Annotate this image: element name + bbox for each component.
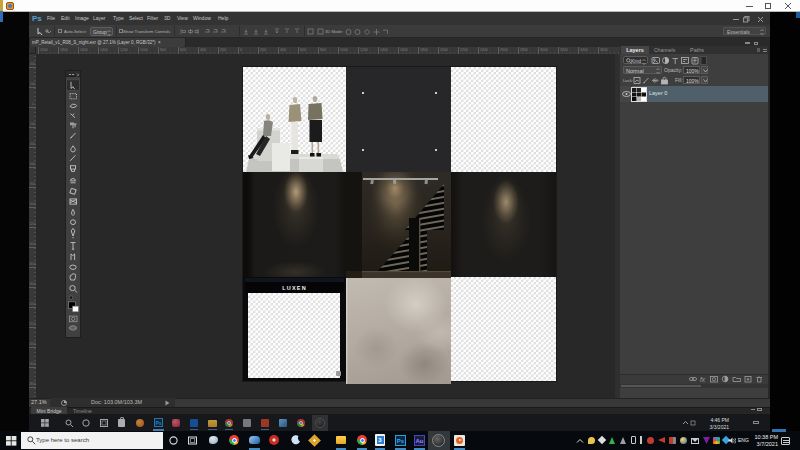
svg-text:2200: 2200 (460, 48, 468, 52)
svg-text:2000: 2000 (440, 48, 448, 52)
svg-text:2200: 2200 (29, 322, 36, 326)
svg-text:1200: 1200 (29, 222, 36, 226)
svg-text:0: 0 (240, 48, 242, 52)
svg-text:1800: 1800 (29, 282, 36, 286)
svg-text:1000: 1000 (29, 202, 36, 206)
svg-text:1400: 1400 (100, 48, 108, 52)
svg-text:800: 800 (320, 48, 326, 52)
svg-text:LUXEN: LUXEN (282, 285, 307, 291)
svg-text:800: 800 (30, 182, 35, 186)
svg-text:1600: 1600 (400, 48, 408, 52)
svg-text:600: 600 (180, 48, 186, 52)
svg-text:fx: fx (700, 376, 706, 383)
svg-text:400: 400 (200, 48, 206, 52)
svg-text:600: 600 (300, 48, 306, 52)
svg-text:800: 800 (160, 48, 166, 52)
svg-text:3400: 3400 (580, 48, 588, 52)
svg-text:400: 400 (280, 48, 286, 52)
svg-text:1200: 1200 (360, 48, 368, 52)
svg-text:1600: 1600 (29, 262, 36, 266)
svg-text:400: 400 (30, 142, 35, 146)
svg-text:2600: 2600 (29, 362, 36, 366)
svg-text:1200: 1200 (120, 48, 128, 52)
svg-text:200: 200 (260, 48, 266, 52)
svg-text:1400: 1400 (29, 242, 36, 246)
svg-text:600: 600 (30, 162, 35, 166)
svg-text:200: 200 (220, 48, 226, 52)
svg-text:2000: 2000 (40, 48, 48, 52)
svg-text:2400: 2400 (29, 342, 36, 346)
svg-text:1000: 1000 (140, 48, 148, 52)
svg-text:200: 200 (30, 82, 35, 86)
svg-text:2000: 2000 (29, 302, 36, 306)
svg-text:2600: 2600 (500, 48, 508, 52)
svg-text:1000: 1000 (340, 48, 348, 52)
svg-text:1400: 1400 (380, 48, 388, 52)
svg-text:200: 200 (30, 122, 35, 126)
svg-text:2400: 2400 (480, 48, 488, 52)
svg-text:1600: 1600 (80, 48, 88, 52)
svg-text:2800: 2800 (29, 382, 36, 386)
svg-text:3600: 3600 (600, 48, 608, 52)
svg-text:3200: 3200 (560, 48, 568, 52)
svg-text:1800: 1800 (420, 48, 428, 52)
svg-text:400: 400 (30, 62, 35, 66)
svg-text:3000: 3000 (540, 48, 548, 52)
svg-text:1800: 1800 (60, 48, 68, 52)
svg-text:2800: 2800 (520, 48, 528, 52)
